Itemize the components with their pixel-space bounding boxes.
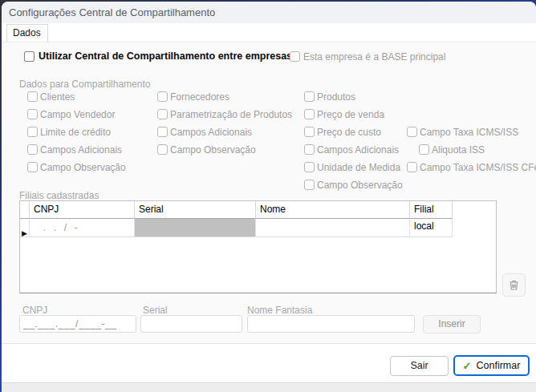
checkbox-preco-custo[interactable] <box>304 127 315 137</box>
table-cell-nome[interactable] <box>256 219 410 237</box>
window-footer-strip <box>2 382 536 392</box>
sair-button[interactable]: Sair <box>390 356 449 376</box>
tab-page-dados: Utilizar Central de Compartilhamento ent… <box>2 42 536 343</box>
checkbox-fornecedores-label: Fornecedores <box>170 91 229 103</box>
checkbox-campo-observacao-produtos-label: Campo Observação <box>317 180 403 191</box>
table-cell-filial-local[interactable] <box>410 219 453 237</box>
checkbox-campo-taxa-icms-iss-label: Campo Taxa ICMS/ISS <box>420 127 518 138</box>
checkbox-campos-adicionais-produtos[interactable] <box>304 144 315 155</box>
table-header-cnpj[interactable]: CNPJ <box>30 201 135 219</box>
dialog-window: Configurações Central de Compartilhament… <box>2 2 536 392</box>
filiais-group-title: Filiais cadastradas <box>19 190 99 201</box>
checkbox-base-principal[interactable] <box>290 51 300 62</box>
table-row-selector-cell[interactable]: ▶ <box>20 219 30 237</box>
cnpj-input[interactable] <box>19 315 136 333</box>
checkbox-preco-venda-label: Preço de venda <box>317 109 384 120</box>
tab-strip: Dados <box>2 23 536 42</box>
checkbox-base-principal-label: Esta empresa é a BASE principal <box>303 51 445 63</box>
table-header-nome[interactable]: Nome <box>256 201 410 219</box>
checkbox-parametrizacao-produtos[interactable] <box>157 109 168 119</box>
checkbox-unidade-medida-label: Unidade de Medida <box>317 162 400 173</box>
checkbox-fornecedores[interactable] <box>157 91 168 102</box>
checkbox-aliquota-iss[interactable] <box>419 144 429 155</box>
checkbox-campo-taxa-icms-iss-cfe[interactable] <box>407 162 417 172</box>
checkbox-campo-vendedor[interactable] <box>27 109 38 119</box>
checkbox-campo-observacao-produtos[interactable] <box>304 180 315 190</box>
trash-icon <box>508 279 520 291</box>
table-cell-cnpj[interactable]: . . / - <box>30 219 135 237</box>
checkbox-campo-taxa-icms-iss-cfe-label: Campo Taxa ICMS/ISS CFe <box>420 162 536 173</box>
serial-label: Serial <box>143 305 168 316</box>
title-bar: Configurações Central de Compartilhament… <box>2 2 536 23</box>
table-cell-serial[interactable] <box>135 219 256 237</box>
dialog-button-bar: Sair ✓ Confirmar <box>2 343 536 383</box>
checkbox-parametrizacao-produtos-label: Parametrização de Produtos <box>170 109 292 120</box>
delete-row-button[interactable] <box>502 273 526 297</box>
checkbox-limite-credito-label: Limite de crédito <box>40 127 111 138</box>
checkbox-unidade-medida[interactable] <box>304 162 315 172</box>
checkbox-campos-adicionais-produtos-label: Campos Adicionais <box>317 144 399 156</box>
confirmar-button[interactable]: ✓ Confirmar <box>453 355 530 376</box>
checkbox-campos-adicionais-fornecedores[interactable] <box>157 127 168 137</box>
checkbox-produtos-label: Produtos <box>317 91 355 103</box>
checkbox-campo-vendedor-label: Campo Vendedor <box>40 109 115 120</box>
share-group-title: Dados para Compartilhamento <box>19 79 150 90</box>
checkbox-preco-venda[interactable] <box>304 109 315 119</box>
table-header-serial[interactable]: Serial <box>135 201 256 219</box>
cnpj-label: CNPJ <box>22 305 47 316</box>
checkbox-limite-credito[interactable] <box>27 127 38 137</box>
checkbox-campos-adicionais-clientes[interactable] <box>27 144 38 155</box>
checkbox-campos-adicionais-clientes-label: Campos Adicionais <box>40 144 122 156</box>
checkbox-utilizar-central[interactable] <box>24 51 35 62</box>
checkbox-campo-observacao-clientes[interactable] <box>27 162 38 172</box>
window-title: Configurações Central de Compartilhament… <box>9 6 215 18</box>
checkbox-campo-observacao-fornecedores[interactable] <box>157 144 168 155</box>
table-header-filial-local[interactable]: Filial local <box>410 201 453 219</box>
checkbox-campo-taxa-icms-iss[interactable] <box>407 127 417 137</box>
nome-fantasia-label: Nome Fantasia <box>247 305 312 316</box>
confirmar-button-label: Confirmar <box>477 360 521 371</box>
serial-input[interactable] <box>140 315 242 333</box>
row-selector-arrow-icon: ▶ <box>22 224 27 242</box>
filiais-table: CNPJ Serial Nome Filial local ▶ . . / - <box>19 200 497 293</box>
checkbox-clientes[interactable] <box>27 91 38 102</box>
checkbox-aliquota-iss-label: Aliquota ISS <box>432 144 485 156</box>
check-icon: ✓ <box>463 360 472 372</box>
checkbox-campos-adicionais-fornecedores-label: Campos Adicionais <box>170 127 252 138</box>
nome-fantasia-input[interactable] <box>247 315 415 333</box>
table-header-selector <box>20 201 30 219</box>
checkbox-campo-observacao-clientes-label: Campo Observação <box>40 162 126 173</box>
tab-dados[interactable]: Dados <box>6 24 48 42</box>
checkbox-preco-custo-label: Preço de custo <box>317 127 381 138</box>
checkbox-utilizar-central-label: Utilizar Central de Compartilhamento ent… <box>39 51 292 62</box>
inserir-button[interactable]: Inserir <box>423 315 481 333</box>
checkbox-produtos[interactable] <box>304 91 315 102</box>
checkbox-campo-observacao-fornecedores-label: Campo Observação <box>170 144 256 156</box>
checkbox-clientes-label: Clientes <box>40 91 75 103</box>
